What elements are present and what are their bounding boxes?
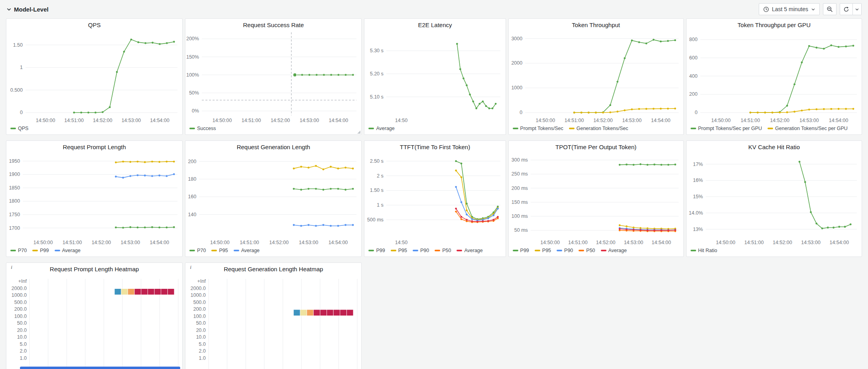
svg-text:14:54:00: 14:54:00: [329, 118, 348, 123]
legend-series-color: [368, 250, 374, 251]
svg-text:0%: 0%: [192, 108, 199, 114]
panel-request-prompt-length: Request Prompt Length 170017501800185019…: [6, 140, 183, 257]
legend-item-generation-tokens-sec-per-gpu[interactable]: Generation Tokens/Sec per GPU: [768, 126, 848, 131]
refresh-button[interactable]: [840, 3, 853, 15]
request-prompt-length-chart[interactable]: 17001750180018501900195014:50:0014:51:00…: [6, 152, 182, 247]
svg-text:14:51:00: 14:51:00: [64, 118, 84, 123]
kv-cache-hit-ratio-legend: Hit Ratio: [687, 247, 862, 257]
panel-title[interactable]: TPOT(Time Per Output Token): [509, 141, 683, 152]
e2e-latency-legend: Average: [364, 125, 505, 134]
tpot-legend: P99P95P90P50Average: [509, 247, 683, 257]
legend-series-color: [557, 250, 562, 251]
panel-title[interactable]: Request Generation Length Heatmap: [185, 263, 361, 274]
request-prompt-length-heatmap-chart[interactable]: +Inf2000.01000.0500.0200.0100.050.020.01…: [6, 274, 182, 369]
svg-text:500 ms: 500 ms: [367, 217, 384, 223]
legend-series-color: [768, 128, 773, 129]
legend-series-label: Average: [62, 248, 81, 253]
legend-item-p50[interactable]: P50: [435, 248, 451, 253]
e2e-latency-chart[interactable]: 5.10 s5.20 s5.30 s14:50: [364, 30, 505, 125]
legend-item-p95[interactable]: P95: [391, 248, 407, 253]
request-success-rate-chart[interactable]: 0%50%100%150%200%14:50:0014:51:0014:52:0…: [185, 30, 361, 125]
legend-series-label: P70: [18, 248, 27, 253]
ttft-chart[interactable]: 500 ms1 s1.50 s2 s2.50 s14:50: [364, 152, 505, 247]
legend-item-average[interactable]: Average: [457, 248, 482, 253]
legend-item-p50[interactable]: P50: [579, 248, 595, 253]
svg-text:1000.0: 1000.0: [191, 292, 206, 298]
legend-item-average[interactable]: Average: [368, 126, 394, 131]
refresh-control: [840, 3, 862, 15]
request-generation-length-heatmap-chart[interactable]: +Inf2000.01000.0500.0200.0100.050.020.01…: [185, 274, 361, 369]
svg-text:10.0: 10.0: [196, 334, 206, 340]
legend-item-average[interactable]: Average: [601, 248, 627, 253]
legend-item-p90[interactable]: P90: [413, 248, 429, 253]
panel-title[interactable]: Request Success Rate: [185, 19, 361, 30]
token-throughput-legend: Prompt Tokens/SecGeneration Tokens/Sec: [509, 125, 683, 134]
svg-text:5.20 s: 5.20 s: [370, 71, 384, 77]
legend-item-average[interactable]: Average: [234, 248, 260, 253]
svg-text:2 s: 2 s: [377, 173, 384, 179]
svg-text:1.0: 1.0: [20, 355, 27, 361]
svg-text:14:50:00: 14:50:00: [540, 240, 560, 245]
panel-title[interactable]: Request Prompt Length Heatmap: [6, 263, 182, 274]
svg-text:500.0: 500.0: [193, 300, 206, 305]
legend-item-p95[interactable]: P95: [535, 248, 551, 253]
legend-item-p99[interactable]: P99: [368, 248, 385, 253]
svg-text:14:50:00: 14:50:00: [210, 240, 230, 245]
svg-text:14:51:00: 14:51:00: [740, 118, 760, 123]
dashboard-header: Model-Level Last 5 minutes: [0, 0, 868, 18]
refresh-interval-dropdown[interactable]: [853, 3, 862, 15]
svg-text:800: 800: [689, 37, 697, 42]
token-throughput-per-gpu-chart[interactable]: 020040060080014:50:0014:51:0014:52:0014:…: [687, 30, 862, 125]
svg-text:200 ms: 200 ms: [511, 185, 527, 191]
svg-text:14:53:00: 14:53:00: [299, 240, 319, 245]
legend-item-hit-ratio[interactable]: Hit Ratio: [691, 248, 717, 253]
legend-series-label: P99: [520, 248, 529, 253]
panel-title[interactable]: TTFT(Time To First Token): [364, 141, 505, 152]
qps-chart[interactable]: 00.50011.5014:50:0014:51:0014:52:0014:53…: [6, 30, 182, 125]
panel-info-icon[interactable]: i: [188, 264, 193, 270]
panel-resize-handle[interactable]: [357, 130, 360, 134]
section-toggle-model-level[interactable]: Model-Level: [6, 6, 49, 13]
legend-series-color: [601, 250, 606, 251]
svg-text:+Inf: +Inf: [18, 278, 27, 284]
time-range-picker[interactable]: Last 5 minutes: [759, 3, 820, 15]
legend-item-prompt-tokens-sec-per-gpu[interactable]: Prompt Tokens/Sec per GPU: [691, 126, 762, 131]
kv-cache-hit-ratio-chart[interactable]: 13%14.0%15%16%17%14:50:0014:51:0014:52:0…: [687, 152, 862, 247]
svg-text:180: 180: [188, 176, 197, 182]
token-throughput-chart[interactable]: 010002000300014:50:0014:51:0014:52:0014:…: [509, 30, 683, 125]
panel-title[interactable]: Request Prompt Length: [6, 141, 182, 152]
panel-title[interactable]: Token Throughput per GPU: [687, 19, 862, 30]
svg-text:2.50 s: 2.50 s: [370, 158, 384, 164]
legend-item-p90[interactable]: P90: [557, 248, 573, 253]
legend-item-p70[interactable]: P70: [10, 248, 27, 253]
request-generation-length-legend: P70P95Average: [185, 247, 361, 257]
legend-item-average[interactable]: Average: [55, 248, 81, 253]
panel-title[interactable]: KV Cache Hit Ratio: [687, 141, 862, 152]
legend-series-color: [391, 250, 396, 251]
panel-title[interactable]: E2E Latency: [364, 19, 505, 30]
legend-item-p70[interactable]: P70: [189, 248, 206, 253]
svg-text:1750: 1750: [9, 212, 20, 217]
zoom-out-button[interactable]: [823, 3, 837, 15]
legend-series-label: Success: [197, 126, 216, 131]
svg-text:1.50: 1.50: [13, 42, 23, 48]
panel-title[interactable]: QPS: [6, 19, 182, 30]
svg-text:1900: 1900: [9, 172, 20, 177]
horizontal-scrollbar[interactable]: [20, 367, 180, 369]
legend-item-prompt-tokens-sec[interactable]: Prompt Tokens/Sec: [513, 126, 563, 131]
panel-info-icon[interactable]: i: [9, 264, 14, 270]
legend-series-label: P95: [542, 248, 551, 253]
panel-title[interactable]: Request Generation Length: [185, 141, 361, 152]
legend-item-p99[interactable]: P99: [32, 248, 49, 253]
tpot-chart[interactable]: 50 ms100 ms150 ms200 ms250 ms300 ms14:50…: [509, 152, 683, 247]
svg-text:140: 140: [188, 212, 197, 217]
legend-item-qps[interactable]: QPS: [10, 126, 28, 131]
legend-item-p99[interactable]: P99: [513, 248, 529, 253]
request-generation-length-chart[interactable]: 14016018020014:50:0014:51:0014:52:0014:5…: [185, 152, 361, 247]
legend-item-p95[interactable]: P95: [211, 248, 228, 253]
legend-item-generation-tokens-sec[interactable]: Generation Tokens/Sec: [569, 126, 628, 131]
chevron-down-icon: [6, 7, 12, 12]
legend-item-success[interactable]: Success: [189, 126, 216, 131]
request-success-rate-legend: Success: [185, 125, 361, 134]
panel-title[interactable]: Token Throughput: [509, 19, 683, 30]
